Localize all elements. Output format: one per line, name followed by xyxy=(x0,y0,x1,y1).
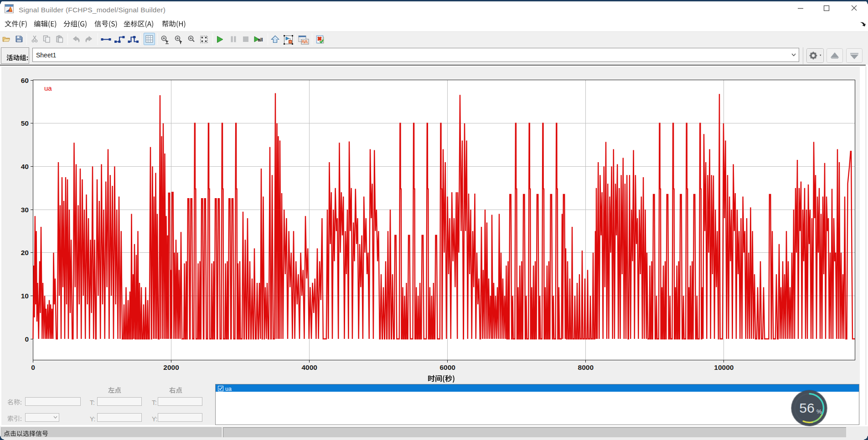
svg-text:30: 30 xyxy=(21,206,29,214)
svg-text:10000: 10000 xyxy=(714,363,734,371)
svg-text:2000: 2000 xyxy=(163,363,179,371)
svg-text:6000: 6000 xyxy=(439,363,455,371)
svg-text:10: 10 xyxy=(21,292,29,300)
svg-text:20: 20 xyxy=(21,249,29,256)
svg-text:4000: 4000 xyxy=(301,363,317,371)
svg-text:60: 60 xyxy=(21,77,29,84)
svg-text:56: 56 xyxy=(799,400,814,415)
svg-text:ua: ua xyxy=(225,386,232,392)
svg-text:ua: ua xyxy=(44,84,52,92)
svg-text:0: 0 xyxy=(31,363,35,371)
svg-text:40: 40 xyxy=(21,163,29,170)
svg-text:%: % xyxy=(816,408,822,415)
svg-text:50: 50 xyxy=(21,119,29,127)
svg-text:8000: 8000 xyxy=(578,363,594,371)
svg-text:0: 0 xyxy=(25,335,29,343)
